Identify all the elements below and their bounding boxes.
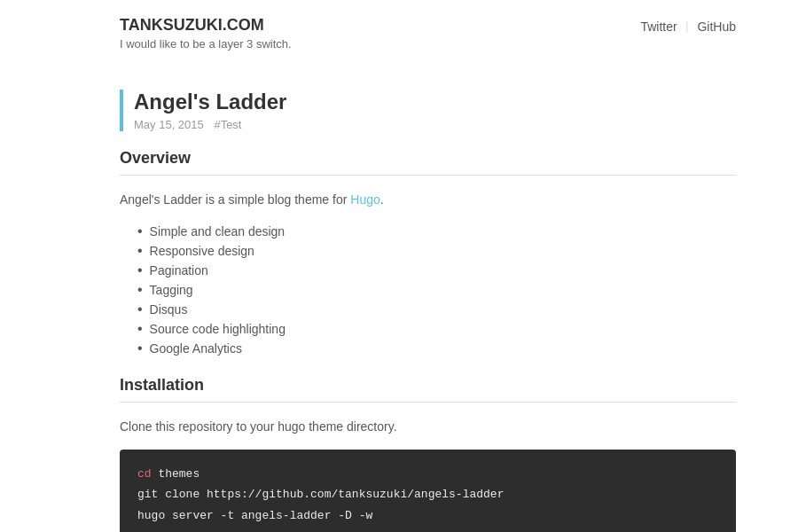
- feature-item-1: Simple and clean design: [137, 222, 736, 241]
- overview-heading: Overview: [120, 149, 736, 168]
- hugo-link[interactable]: Hugo: [350, 192, 379, 207]
- post-title: Angel's Ladder: [134, 90, 736, 114]
- site-title[interactable]: TANKSUZUKI.COM: [120, 16, 292, 35]
- overview-section: Overview Angel's Ladder is a simple blog…: [120, 149, 736, 358]
- post-title-section: Angel's Ladder May 15, 2015 #Test: [120, 90, 736, 131]
- code-block: cd themes git clone https://github.com/t…: [120, 450, 736, 532]
- code-line-3: hugo server -t angels-ladder -D -w: [137, 505, 718, 526]
- post-date: May 15, 2015: [134, 118, 204, 131]
- feature-item-4: Tagging: [137, 280, 736, 300]
- cd-arg: themes: [152, 467, 200, 481]
- overview-intro: Angel's Ladder is a simple blog theme fo…: [120, 190, 736, 209]
- twitter-link[interactable]: Twitter: [640, 20, 677, 34]
- feature-item-6: Source code highlighting: [137, 319, 736, 339]
- site-header: TANKSUZUKI.COM I would like to be a laye…: [0, 0, 798, 63]
- code-line-2: git clone https://github.com/tanksuzuki/…: [137, 484, 718, 505]
- intro-period: .: [380, 192, 384, 207]
- feature-item-7: Google Analytics: [137, 339, 736, 358]
- cd-command: cd: [137, 467, 152, 481]
- clone-description: Clone this repository to your hugo theme…: [120, 417, 736, 436]
- post-tag[interactable]: #Test: [214, 118, 241, 131]
- main-content: Angel's Ladder May 15, 2015 #Test Overvi…: [0, 63, 798, 532]
- nav-divider: |: [686, 20, 689, 34]
- site-branding: TANKSUZUKI.COM I would like to be a laye…: [120, 16, 292, 51]
- feature-item-5: Disqus: [137, 300, 736, 319]
- installation-divider: [120, 402, 736, 403]
- installation-heading: Installation: [120, 376, 736, 395]
- feature-item-3: Pagination: [137, 261, 736, 280]
- installation-section: Installation Clone this repository to yo…: [120, 376, 736, 532]
- github-link[interactable]: GitHub: [697, 20, 736, 34]
- main-nav: Twitter | GitHub: [640, 20, 736, 34]
- feature-list: Simple and clean design Responsive desig…: [137, 222, 736, 358]
- overview-divider: [120, 175, 736, 176]
- feature-item-2: Responsive design: [137, 241, 736, 261]
- intro-text-static: Angel's Ladder is a simple blog theme fo…: [120, 192, 350, 207]
- post-meta: May 15, 2015 #Test: [134, 118, 736, 131]
- code-line-1: cd themes: [137, 464, 718, 484]
- site-tagline: I would like to be a layer 3 switch.: [120, 37, 292, 51]
